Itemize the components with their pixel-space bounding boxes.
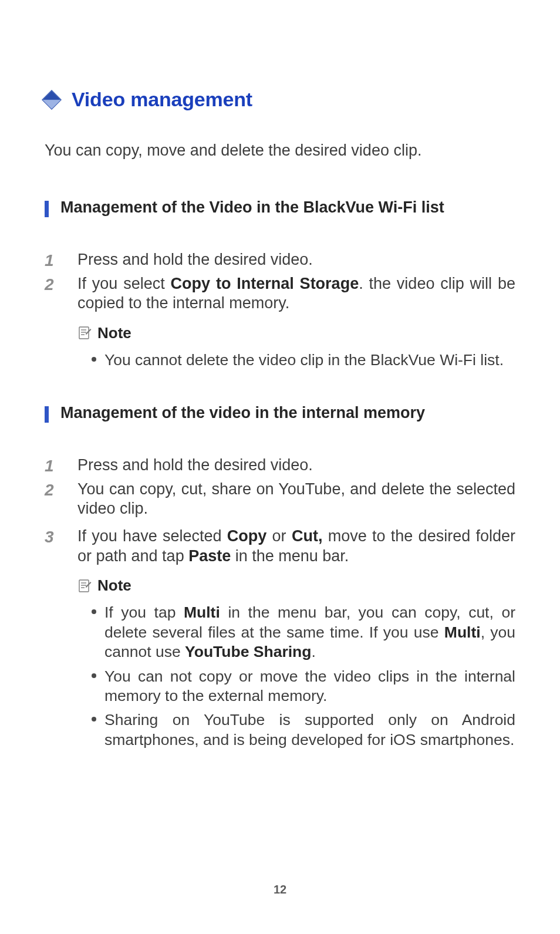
step-text: Press and hold the desired video.	[77, 250, 515, 269]
note-header: Note	[77, 576, 515, 595]
note-header: Note	[77, 324, 515, 342]
note-item: You can not copy or move the video clips…	[92, 667, 515, 706]
note-icon	[77, 326, 92, 339]
steps-list: 1 Press and hold the desired video. 2 Yo…	[45, 456, 515, 750]
steps-list: 1 Press and hold the desired video. 2 If…	[45, 250, 515, 370]
section-heading: Video management	[72, 88, 252, 111]
note-block: Note You cannot delete the video clip in…	[77, 324, 515, 370]
intro-paragraph: You can copy, move and delete the desire…	[45, 141, 515, 160]
step-item: 2 If you select Copy to Internal Storage…	[45, 274, 515, 313]
subheading-text: Management of the video in the internal …	[60, 404, 425, 422]
note-block: Note If you tap Multi in the menu bar, y…	[77, 576, 515, 750]
subheading-row: Management of the Video in the BlackVue …	[45, 198, 515, 217]
note-item: Sharing on YouTube is supported only on …	[92, 710, 515, 750]
note-list: You cannot delete the video clip in the …	[77, 350, 515, 370]
subheading-bar-icon	[45, 201, 49, 217]
section-heading-row: Video management	[45, 88, 515, 111]
step-text: Press and hold the desired video.	[77, 456, 515, 475]
diamond-icon	[42, 90, 62, 110]
subheading-row: Management of the video in the internal …	[45, 404, 515, 423]
note-label: Note	[97, 324, 131, 342]
step-number: 1	[45, 456, 77, 476]
note-item: You cannot delete the video clip in the …	[92, 350, 515, 370]
note-list: If you tap Multi in the menu bar, you ca…	[77, 603, 515, 750]
note-item: If you tap Multi in the menu bar, you ca…	[92, 603, 515, 662]
step-text: If you have selected Copy or Cut, move t…	[77, 527, 515, 566]
step-item: 1 Press and hold the desired video.	[45, 250, 515, 271]
step-number: 2	[45, 274, 77, 295]
page-number: 12	[0, 883, 560, 896]
note-label: Note	[97, 576, 131, 595]
step-number: 3	[45, 527, 77, 547]
step-item: 2 You can copy, cut, share on YouTube, a…	[45, 480, 515, 519]
step-text: You can copy, cut, share on YouTube, and…	[77, 480, 515, 519]
step-number: 1	[45, 250, 77, 271]
manual-page: Video management You can copy, move and …	[0, 0, 560, 934]
note-icon	[77, 579, 92, 592]
step-item: 3 If you have selected Copy or Cut, move…	[45, 527, 515, 566]
step-item: 1 Press and hold the desired video.	[45, 456, 515, 476]
subheading-text: Management of the Video in the BlackVue …	[60, 198, 444, 217]
step-number: 2	[45, 480, 77, 500]
step-text: If you select Copy to Internal Storage. …	[77, 274, 515, 313]
subheading-bar-icon	[45, 406, 49, 423]
